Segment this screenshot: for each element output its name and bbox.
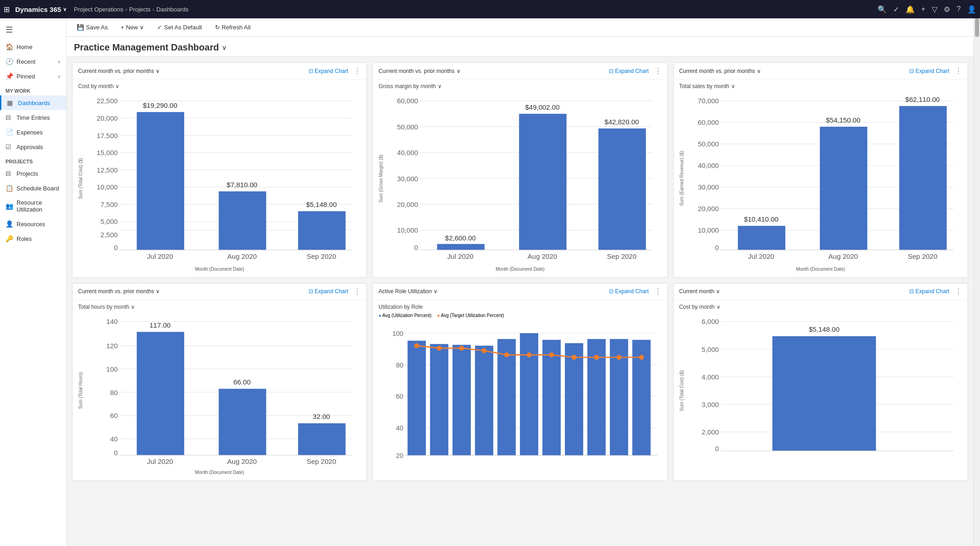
chart-filter-ru[interactable]: Active Role Utilization ∨ xyxy=(378,288,438,295)
chart-filter-gm[interactable]: Current month vs. prior months ∨ xyxy=(378,68,460,74)
svg-text:20,000: 20,000 xyxy=(397,201,418,208)
sidebar-item-home[interactable]: 🏠 Home xyxy=(0,39,66,54)
bell-icon[interactable]: 🔔 xyxy=(906,5,915,14)
bar-chart-svg-cost: 22,500 20,000 17,500 15,000 12,500 10,00… xyxy=(85,92,361,265)
sidebar-dashboards-label: Dashboards xyxy=(18,100,61,106)
chart-filter-ts[interactable]: Current month vs. prior months ∨ xyxy=(679,68,761,74)
svg-text:Aug 2020: Aug 2020 xyxy=(227,457,257,465)
sidebar-item-projects[interactable]: ⊟ Projects xyxy=(0,166,66,181)
svg-rect-98 xyxy=(408,340,426,455)
svg-text:Aug 2020: Aug 2020 xyxy=(227,252,257,260)
dashboards-icon: ▦ xyxy=(7,99,14,106)
expand-chart-cost[interactable]: ⊡ Expand Chart xyxy=(309,68,349,74)
new-plus-icon: + xyxy=(121,24,124,31)
chart-header-gm: Current month vs. prior months ∨ ⊡ Expan… xyxy=(373,63,667,79)
brand[interactable]: Dynamics 365 ∨ xyxy=(15,6,67,13)
chart-subtitle-th[interactable]: Total hours by month ∨ xyxy=(78,304,361,310)
svg-text:2,000: 2,000 xyxy=(701,428,719,436)
svg-text:Jul 2020: Jul 2020 xyxy=(748,252,774,260)
chart-header-th: Current month vs. prior months ∨ ⊡ Expan… xyxy=(73,284,366,300)
projects-icon: ⊟ xyxy=(6,170,13,177)
svg-text:$54,150.00: $54,150.00 xyxy=(826,116,860,124)
breadcrumb-item-3[interactable]: Dashboards xyxy=(156,6,188,13)
hamburger-menu[interactable]: ☰ xyxy=(0,20,66,39)
dashboard-grid: Current month vs. prior months ∨ ⊡ Expan… xyxy=(67,57,974,486)
svg-text:Sep 2020: Sep 2020 xyxy=(307,457,336,465)
page-title[interactable]: Practice Management Dashboard ∨ xyxy=(74,42,966,53)
expand-chart-th[interactable]: ⊡ Expand Chart xyxy=(309,288,349,295)
sidebar-item-approvals[interactable]: ☑ Approvals xyxy=(0,139,66,154)
expand-chart-ru[interactable]: ⊡ Expand Chart xyxy=(609,288,649,295)
sidebar-time-entries-label: Time Entries xyxy=(17,114,61,121)
chart-subtitle-cost[interactable]: Cost by month ∨ xyxy=(78,83,361,89)
svg-text:Jul 2020: Jul 2020 xyxy=(447,252,473,260)
sidebar-item-roles[interactable]: 🔑 Roles xyxy=(0,231,66,246)
chart-subtitle-cc[interactable]: Cost by month ∨ xyxy=(679,304,962,310)
search-icon[interactable]: 🔍 xyxy=(878,5,887,14)
bar-sep-ts xyxy=(899,106,946,250)
more-options-ts[interactable]: ⋮ xyxy=(955,67,962,75)
svg-rect-100 xyxy=(453,345,471,455)
main-content: 💾 Save As + New ∨ ✓ Set As Default ↻ Ref… xyxy=(67,18,974,546)
breadcrumb-sep-1: › xyxy=(125,6,127,13)
save-icon: 💾 xyxy=(77,24,84,31)
plus-icon[interactable]: + xyxy=(921,5,925,13)
sidebar-item-expenses[interactable]: 📄 Expenses xyxy=(0,125,66,139)
svg-text:70,000: 70,000 xyxy=(698,97,719,105)
svg-point-113 xyxy=(504,352,509,357)
sidebar-item-resource-utilization[interactable]: 👥 Resource Utilization xyxy=(0,195,66,217)
scrollbar[interactable] xyxy=(974,18,980,546)
svg-text:80: 80 xyxy=(110,388,118,396)
svg-text:0: 0 xyxy=(114,244,118,251)
more-options-cost[interactable]: ⋮ xyxy=(354,67,361,75)
save-as-button[interactable]: 💾 Save As xyxy=(74,22,111,33)
scroll-thumb[interactable] xyxy=(975,18,979,37)
chart-header-ru: Active Role Utilization ∨ ⊡ Expand Chart… xyxy=(373,284,667,300)
chart-actions-cc: ⊡ Expand Chart ⋮ xyxy=(909,287,962,296)
sidebar-item-schedule-board[interactable]: 📋 Schedule Board xyxy=(0,181,66,195)
svg-text:Sep 2020: Sep 2020 xyxy=(907,252,937,260)
chart-filter-label-gm: Current month vs. prior months xyxy=(378,68,454,74)
more-options-gm[interactable]: ⋮ xyxy=(654,67,662,75)
refresh-icon: ↻ xyxy=(215,24,220,31)
more-options-th[interactable]: ⋮ xyxy=(354,287,361,296)
chart-filter-cost[interactable]: Current month vs. prior months ∨ xyxy=(78,68,160,74)
chart-subtitle-text-th: Total hours by month xyxy=(78,304,129,310)
grid-icon[interactable]: ⊞ xyxy=(4,5,10,14)
svg-point-115 xyxy=(549,352,554,357)
sidebar-item-recent[interactable]: 🕐 Recent ∨ xyxy=(0,54,66,69)
sidebar-item-pinned[interactable]: 📌 Pinned ∨ xyxy=(0,69,66,84)
breadcrumb-item-1[interactable]: Project Operations xyxy=(74,6,124,13)
svg-point-119 xyxy=(639,355,644,360)
filter-icon[interactable]: ▽ xyxy=(932,5,937,14)
svg-text:30,000: 30,000 xyxy=(397,175,418,183)
chart-subtitle-ts[interactable]: Total sales by month ∨ xyxy=(679,83,962,89)
gear-icon[interactable]: ⚙ xyxy=(944,5,950,14)
chart-subtitle-text-cc: Cost by month xyxy=(679,304,715,310)
chart-subtitle-gm[interactable]: Gross margin by month ∨ xyxy=(378,83,661,89)
chart-subtitle-chevron-gm: ∨ xyxy=(438,83,442,89)
help-icon[interactable]: ? xyxy=(957,5,961,13)
sidebar-item-dashboards[interactable]: ▦ Dashboards xyxy=(0,95,66,110)
sidebar-item-time-entries[interactable]: ⊟ Time Entries xyxy=(0,110,66,125)
svg-text:60: 60 xyxy=(110,412,118,419)
top-right-icons: 🔍 ✓ 🔔 + ▽ ⚙ ? 👤 xyxy=(878,5,976,14)
chart-filter-cc[interactable]: Current month ∨ xyxy=(679,288,721,295)
sidebar-item-resources[interactable]: 👤 Resources xyxy=(0,217,66,231)
expand-chart-cc[interactable]: ⊡ Expand Chart xyxy=(909,288,949,295)
more-options-cc[interactable]: ⋮ xyxy=(955,287,962,296)
check-icon[interactable]: ✓ xyxy=(893,5,899,14)
more-options-ru[interactable]: ⋮ xyxy=(654,287,662,296)
refresh-all-button[interactable]: ↻ Refresh All xyxy=(212,22,253,33)
expand-chart-ts[interactable]: ⊡ Expand Chart xyxy=(909,68,949,74)
set-as-default-button[interactable]: ✓ Set As Default xyxy=(154,22,204,33)
chart-filter-th[interactable]: Current month vs. prior months ∨ xyxy=(78,288,160,295)
breadcrumb-item-2[interactable]: Projects xyxy=(129,6,151,13)
svg-text:20: 20 xyxy=(396,452,404,459)
svg-point-117 xyxy=(594,355,599,360)
user-icon[interactable]: 👤 xyxy=(967,5,976,14)
schedule-board-icon: 📋 xyxy=(6,184,13,192)
new-button[interactable]: + New ∨ xyxy=(118,22,147,33)
expand-chart-gm[interactable]: ⊡ Expand Chart xyxy=(609,68,649,74)
svg-text:$5,148.00: $5,148.00 xyxy=(306,201,337,208)
